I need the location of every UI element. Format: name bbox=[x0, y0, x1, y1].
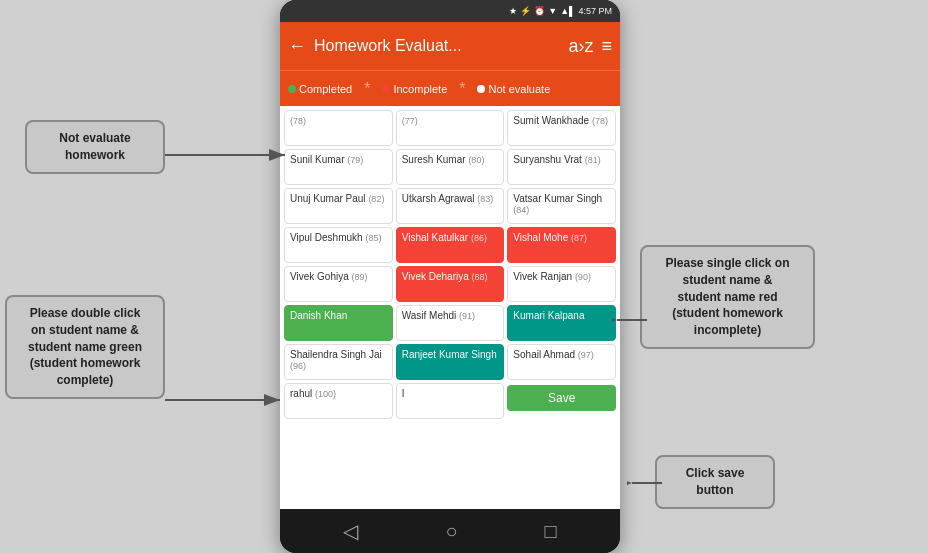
list-item[interactable]: Vipul Deshmukh (85) bbox=[284, 227, 393, 263]
filter-icon[interactable]: ≡ bbox=[601, 36, 612, 57]
student-columns: (78) Sunil Kumar (79) Unuj Kumar Paul (8… bbox=[284, 110, 616, 419]
list-item[interactable]: Sohail Ahmad (97) bbox=[507, 344, 616, 380]
alarm-icon: ⏰ bbox=[534, 6, 545, 16]
arrow-single-click bbox=[612, 310, 647, 330]
list-item-vishal-mohe[interactable]: Vishal Mohe (87) bbox=[507, 227, 616, 263]
tab-completed-label: Completed bbox=[299, 83, 352, 95]
signal-bars-icon: ▲▌ bbox=[560, 6, 575, 16]
incomplete-dot bbox=[382, 85, 390, 93]
tab-not-evaluate[interactable]: Not evaluate bbox=[477, 83, 550, 95]
tab-completed[interactable]: Completed bbox=[288, 83, 352, 95]
column-2: (77) Suresh Kumar (80) Utkarsh Agrawal (… bbox=[396, 110, 505, 419]
screen-wrapper: ★ ⚡ ⏰ ▼ ▲▌ 4:57 PM ← Homework Evaluat...… bbox=[0, 0, 928, 553]
status-bar: ★ ⚡ ⏰ ▼ ▲▌ 4:57 PM bbox=[280, 0, 620, 22]
bluetooth-icon: ★ bbox=[509, 6, 517, 16]
time: 4:57 PM bbox=[578, 6, 612, 16]
list-item-ranjeet[interactable]: Ranjeet Kumar Singh bbox=[396, 344, 505, 380]
arrow-save bbox=[627, 473, 662, 493]
list-item-kumari-kalpana[interactable]: Kumari Kalpana bbox=[507, 305, 616, 341]
list-item[interactable]: Shailendra Singh Jai (96) bbox=[284, 344, 393, 380]
tab-bar: Completed * Incomplete * Not evaluate bbox=[280, 70, 620, 106]
tab-incomplete-label: Incomplete bbox=[393, 83, 447, 95]
list-item-danish-khan[interactable]: Danish Khan bbox=[284, 305, 393, 341]
column-1: (78) Sunil Kumar (79) Unuj Kumar Paul (8… bbox=[284, 110, 393, 419]
annotation-not-evaluate: Not evaluate homework bbox=[25, 120, 165, 174]
list-item[interactable]: (77) bbox=[396, 110, 505, 146]
annotation-double-click: Please double clickon student name &stud… bbox=[5, 295, 165, 399]
back-nav-icon[interactable]: ◁ bbox=[343, 519, 358, 543]
app-bar: ← Homework Evaluat... a›z ≡ bbox=[280, 22, 620, 70]
signal-icon: ⚡ bbox=[520, 6, 531, 16]
not-evaluate-dot bbox=[477, 85, 485, 93]
list-item[interactable]: Vivek Gohiya (89) bbox=[284, 266, 393, 302]
list-item[interactable]: Vatsar Kumar Singh (84) bbox=[507, 188, 616, 224]
phone-frame: ★ ⚡ ⏰ ▼ ▲▌ 4:57 PM ← Homework Evaluat...… bbox=[280, 0, 620, 553]
tab-incomplete[interactable]: Incomplete bbox=[382, 83, 447, 95]
wifi-icon: ▼ bbox=[548, 6, 557, 16]
tab-separator-1: * bbox=[364, 80, 370, 98]
arrow-not-evaluate bbox=[165, 140, 295, 170]
back-icon[interactable]: ← bbox=[288, 36, 306, 57]
list-item[interactable]: Utkarsh Agrawal (83) bbox=[396, 188, 505, 224]
list-item[interactable]: rahul (100) bbox=[284, 383, 393, 419]
annotation-single-click: Please single click onstudent name &stud… bbox=[640, 245, 815, 349]
annotation-save: Click savebutton bbox=[655, 455, 775, 509]
list-item[interactable]: Sunil Kumar (79) bbox=[284, 149, 393, 185]
status-icons: ★ ⚡ ⏰ ▼ ▲▌ 4:57 PM bbox=[509, 6, 612, 16]
app-title: Homework Evaluat... bbox=[314, 37, 560, 55]
home-nav-icon[interactable]: ○ bbox=[445, 520, 457, 543]
content-area: (78) Sunil Kumar (79) Unuj Kumar Paul (8… bbox=[280, 106, 620, 509]
list-item-vishal-katulkar[interactable]: Vishal Katulkar (86) bbox=[396, 227, 505, 263]
tab-separator-2: * bbox=[459, 80, 465, 98]
list-item[interactable]: Wasif Mehdi (91) bbox=[396, 305, 505, 341]
completed-dot bbox=[288, 85, 296, 93]
recents-nav-icon[interactable]: □ bbox=[544, 520, 556, 543]
list-item[interactable]: (78) bbox=[284, 110, 393, 146]
list-item[interactable]: Sumit Wankhade (78) bbox=[507, 110, 616, 146]
tab-not-evaluate-label: Not evaluate bbox=[488, 83, 550, 95]
bottom-nav: ◁ ○ □ bbox=[280, 509, 620, 553]
list-item[interactable]: Vivek Ranjan (90) bbox=[507, 266, 616, 302]
column-3: Sumit Wankhade (78) Suryanshu Vrat (81) … bbox=[507, 110, 616, 419]
list-item-vivek-dehariya[interactable]: Vivek Dehariya (88) bbox=[396, 266, 505, 302]
list-item[interactable]: Unuj Kumar Paul (82) bbox=[284, 188, 393, 224]
translate-icon[interactable]: a›z bbox=[568, 36, 593, 57]
list-item[interactable]: Suryanshu Vrat (81) bbox=[507, 149, 616, 185]
list-item[interactable]: Suresh Kumar (80) bbox=[396, 149, 505, 185]
arrow-double-click bbox=[165, 390, 295, 420]
save-button[interactable]: Save bbox=[507, 385, 616, 411]
list-item[interactable]: I bbox=[396, 383, 505, 419]
